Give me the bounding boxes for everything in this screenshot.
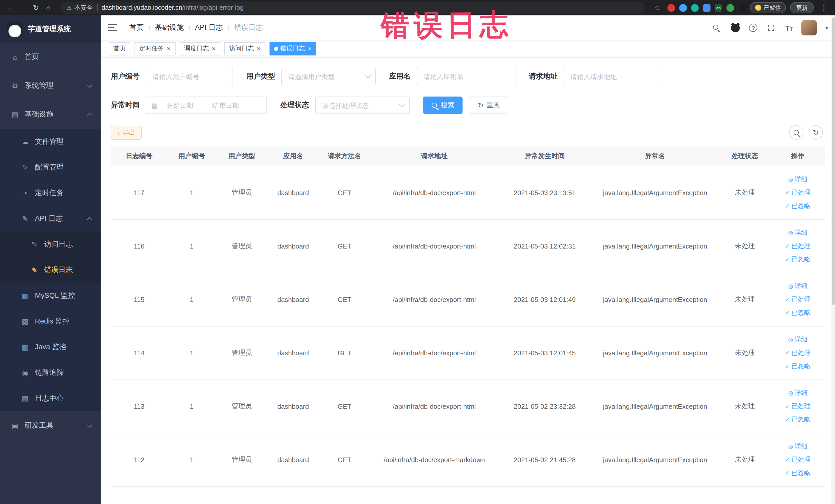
request-url-field[interactable] (564, 68, 662, 85)
ignored-icon: ✓ (785, 417, 790, 422)
job-icon: ◔ (21, 189, 30, 197)
action-processed-link[interactable]: ✓已处理 (773, 239, 823, 253)
column-header: 异常发生时间 (498, 147, 591, 166)
sidebar-item-access-log[interactable]: ✎ 访问日志 (0, 231, 101, 257)
sidebar-item-redis-monitor[interactable]: ▩ Redis 监控 (0, 309, 101, 334)
forward-icon[interactable]: → (18, 2, 30, 14)
app-logo[interactable]: 芋道管理系统 (0, 15, 101, 43)
user-id-field[interactable] (146, 68, 233, 85)
back-icon[interactable]: ← (5, 2, 18, 14)
extension-icon[interactable] (691, 4, 699, 12)
reload-icon[interactable]: ↻ (30, 2, 42, 14)
cell-method: GET (319, 273, 370, 326)
close-icon[interactable]: × (308, 45, 312, 52)
action-processed-link[interactable]: ✓已处理 (773, 293, 823, 306)
fullscreen-icon[interactable] (766, 23, 776, 33)
action-processed-link[interactable]: ✓已处理 (773, 400, 823, 413)
toggle-search-button[interactable] (789, 125, 803, 140)
search-icon[interactable] (711, 23, 721, 33)
paused-extension-badge[interactable]: 已暂停 (750, 2, 786, 13)
action-ignored-link[interactable]: ✓已忽略 (773, 466, 823, 480)
action-ignored-link[interactable]: ✓已忽略 (773, 306, 823, 319)
sidebar-item-error-log[interactable]: ✎ 错误日志 (0, 257, 101, 283)
tab-access-log[interactable]: 访问日志 × (224, 42, 265, 55)
user-type-select[interactable] (281, 68, 376, 85)
browser-home-icon[interactable]: ⌂ (42, 2, 55, 14)
avatar-caret-icon[interactable]: ▾ (826, 25, 828, 31)
sidebar-item-trace[interactable]: ◉ 链路追踪 (0, 360, 101, 386)
request-url-input[interactable] (569, 72, 657, 81)
tab-home[interactable]: 首页 (109, 42, 130, 55)
export-button[interactable]: ↓ 导出 (111, 125, 141, 139)
action-detail-link[interactable]: ◎详细 (773, 173, 823, 186)
browser-menu-icon[interactable]: ⋮ (818, 2, 830, 14)
action-ignored-link[interactable]: ✓已忽略 (773, 253, 823, 266)
security-label[interactable]: 不安全 (75, 3, 93, 12)
action-processed-link[interactable]: ✓已处理 (773, 346, 823, 360)
date-range-picker[interactable]: ▦ – (146, 97, 267, 114)
tab-schedule-log[interactable]: 调度日志 × (179, 42, 220, 55)
action-processed-link[interactable]: ✓已处理 (773, 453, 823, 466)
action-detail-link[interactable]: ◎详细 (773, 279, 823, 293)
sidebar-item-system-management[interactable]: ⚙ 系统管理 (0, 72, 101, 100)
sidebar-item-home[interactable]: ⌂ 首页 (0, 43, 101, 72)
action-detail-link[interactable]: ◎详细 (773, 226, 823, 239)
scrollbar[interactable] (831, 15, 835, 504)
action-ignored-link[interactable]: ✓已忽略 (773, 413, 823, 426)
tab-scheduled-jobs[interactable]: 定时任务 × (135, 42, 175, 55)
detail-icon: ◎ (788, 443, 793, 449)
user-id-input[interactable] (151, 72, 227, 81)
tab-error-log[interactable]: 错误日志 × (269, 42, 317, 55)
app-name-field[interactable] (417, 68, 515, 85)
user-type-input[interactable] (287, 72, 363, 81)
sidebar-item-config-management[interactable]: ✎ 配置管理 (0, 155, 101, 180)
refresh-button[interactable]: ↻ (809, 125, 823, 140)
process-status-input[interactable] (321, 101, 397, 109)
start-date-input[interactable] (161, 101, 199, 109)
close-icon[interactable]: × (212, 45, 216, 52)
avatar[interactable] (801, 20, 817, 36)
cell-user_id: 1 (167, 380, 216, 433)
sidebar-item-scheduled-jobs[interactable]: ◔ 定时任务 (0, 180, 101, 206)
action-detail-link[interactable]: ◎详细 (773, 440, 823, 453)
sidebar-item-java-monitor[interactable]: ▥ Java 监控 (0, 334, 101, 360)
github-icon[interactable] (730, 23, 740, 33)
extension-icon[interactable] (679, 4, 687, 12)
sidebar-item-mysql-monitor[interactable]: ▦ MySQL 监控 (0, 283, 101, 309)
end-date-input[interactable] (207, 101, 245, 109)
sidebar-item-api-log[interactable]: ✎ API 日志 (0, 206, 101, 231)
process-status-select[interactable] (315, 97, 410, 114)
extension-icon[interactable] (727, 4, 734, 12)
sidebar-item-dev-tools[interactable]: ▣ 研发工具 (0, 411, 101, 440)
breadcrumb: 首页 / 基础设施 / API 日志 / 错误日志 (129, 23, 711, 32)
tabs-bar: 首页 定时任务 × 调度日志 × 访问日志 × 错误日志 × (101, 40, 835, 58)
filter-process-status: 处理状态 (280, 97, 410, 114)
update-button[interactable]: 更新 (790, 2, 814, 13)
breadcrumb-item[interactable]: 首页 (129, 23, 144, 32)
help-icon[interactable]: ? (749, 24, 757, 32)
action-processed-link[interactable]: ✓已处理 (773, 186, 823, 199)
action-detail-link[interactable]: ◎详细 (773, 386, 823, 400)
scrollbar-thumb[interactable] (832, 18, 835, 305)
search-button[interactable]: 搜索 (423, 97, 463, 114)
address-bar[interactable]: ⚠ 不安全 dashboard.yudao.iocoder.cn/infra/l… (61, 2, 645, 14)
sidebar-item-file-management[interactable]: ☁ 文件管理 (0, 129, 101, 155)
extension-icon[interactable] (667, 4, 675, 12)
close-icon[interactable]: × (257, 45, 261, 52)
bookmark-star-icon[interactable]: ☆ (651, 2, 663, 14)
breadcrumb-item[interactable]: 基础设施 (155, 23, 184, 32)
action-ignored-link[interactable]: ✓已忽略 (773, 360, 823, 373)
font-size-icon[interactable]: TT (785, 24, 793, 32)
sidebar-item-log-center[interactable]: ▤ 日志中心 (0, 386, 101, 411)
close-icon[interactable]: × (167, 45, 171, 52)
action-ignored-link[interactable]: ✓已忽略 (773, 199, 823, 213)
action-detail-link[interactable]: ◎详细 (773, 333, 823, 346)
extension-icon[interactable]: on (715, 4, 722, 12)
app-name-input[interactable] (423, 72, 510, 81)
breadcrumb-item[interactable]: API 日志 (195, 23, 223, 32)
sidebar-item-infrastructure[interactable]: ▤ 基础设施 (0, 100, 101, 129)
sidebar-toggle-icon[interactable] (108, 20, 123, 36)
extension-icon[interactable] (703, 4, 711, 12)
reset-button[interactable]: ↻ 重置 (470, 97, 508, 114)
extension-icon[interactable] (738, 4, 746, 12)
